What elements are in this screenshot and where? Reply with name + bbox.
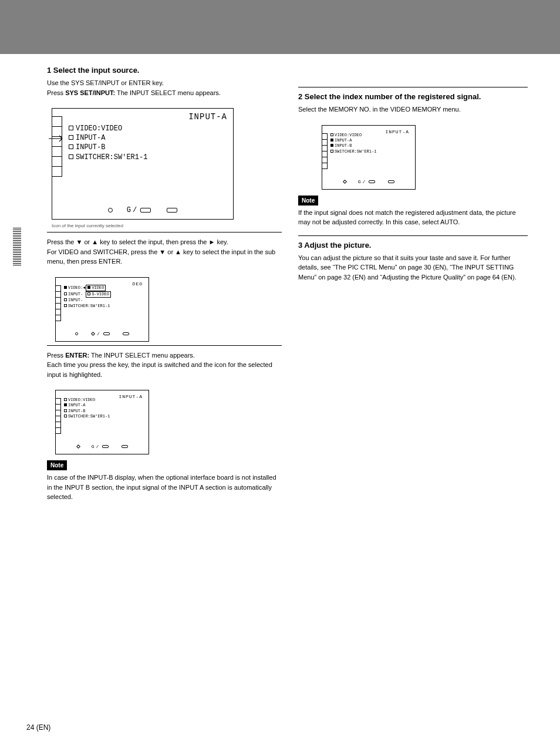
osd-row: INPUT- [68, 292, 83, 296]
text-suffix: The INPUT SELECT menu appears. [117, 89, 221, 96]
step-2-body: Select the MEMORY NO. in the VIDEO MEMOR… [298, 105, 528, 114]
osd-bottom-icons: G/ [56, 444, 149, 449]
osd-menu-list: VIDEO:VIDEO INPUT-A INPUT-B SWITCHER:SW'… [330, 133, 376, 155]
note-text: In case of the INPUT-B display, when the… [47, 473, 282, 502]
nav-icon [167, 208, 177, 213]
osd-row: INPUT-B [68, 409, 85, 413]
key-label: ENTER: [65, 352, 89, 359]
nav-icon [75, 332, 78, 335]
note-label: Note [298, 196, 318, 205]
header-band [0, 0, 560, 54]
osd-row: INPUT-A [68, 403, 85, 407]
osd-screenshot-small: INPUT-A VIDEO:VIDEO INPUT-A INPUT-B SWIT… [322, 125, 416, 190]
osd-row: SWITCHER:SW'ER1-1 [335, 149, 376, 154]
step-3-body: You can adjust the picture so that it su… [298, 253, 528, 282]
text-prefix: Press [47, 89, 65, 96]
osd-row: VIDEO:VIDEO [76, 124, 122, 133]
nav-icon [122, 445, 128, 448]
divider [47, 345, 282, 346]
divider [47, 232, 282, 233]
osd-screenshot-small: INPUT-A VIDEO:VIDEO INPUT-A INPUT-B SWIT… [55, 390, 149, 454]
step-3-heading: 3 Adjust the picture. [298, 241, 528, 250]
press-enter-text: Press ENTER: The INPUT SELECT menu appea… [47, 351, 282, 360]
osd-screenshot-small-popup: DEO VIDEO:◄VIDEO INPUT- S-VIDEO INPUT- S… [55, 277, 149, 342]
popup-row: VIDEO [92, 285, 104, 290]
osd-title: INPUT-A [385, 129, 409, 134]
nav-icon [343, 180, 347, 184]
nav-icon [123, 332, 129, 335]
text-suffix: The INPUT SELECT menu appears. [91, 352, 195, 359]
nav-icon [108, 208, 113, 213]
step-2-heading: 2 Select the index number of the registe… [298, 92, 528, 101]
page-number: 24 (EN) [26, 723, 50, 732]
osd-bottom-icons: G/ [322, 179, 415, 184]
nav-icon [388, 180, 394, 183]
osd-bottom-icons: / [56, 331, 149, 336]
osd-tab-stack [55, 286, 61, 321]
osd-row: VIDEO:VIDEO [68, 397, 95, 402]
text-prefix: Press [47, 352, 65, 359]
step-1-substep-a: Press the ▼ or ▲ key to select the input… [47, 237, 282, 247]
note-block: Note [47, 460, 282, 470]
left-column: 1 Select the input source. Use the SYS S… [47, 66, 282, 502]
press-enter-body-b: Each time you press the key, the input i… [47, 360, 282, 379]
osd-row: VIDEO: [68, 285, 83, 290]
step-1-heading: 1 Select the input source. [47, 66, 282, 75]
osd-row: VIDEO:VIDEO [335, 133, 362, 137]
osd-title: DEO [133, 281, 143, 287]
osd-row: SWITCHER:SW'ER1-1 [68, 304, 110, 308]
osd-row: INPUT- [68, 298, 83, 302]
note-label: Note [47, 460, 67, 470]
osd-row: SWITCHER:SW'ER1-1 [68, 414, 110, 419]
osd-callout-label: Icon of the input currently selected [52, 223, 282, 228]
key-label: SYS SET/INPUT: [65, 89, 115, 96]
note-block: Note [298, 196, 528, 205]
osd-row: SWITCHER:SW'ER1-1 [76, 153, 147, 161]
osd-tab-stack [322, 134, 328, 169]
step-1-body-a: Use the SYS SET/INPUT or ENTER key. [47, 78, 282, 88]
nav-icon [76, 444, 80, 449]
note-text: If the input signal does not match the r… [298, 208, 528, 227]
osd-row: INPUT-A [335, 138, 352, 143]
osd-tab-stack [55, 399, 61, 434]
nav-icon [102, 445, 109, 448]
osd-bottom-icons: G/ [52, 206, 233, 214]
osd-menu-list: VIDEO:VIDEO INPUT-A INPUT-B SWITCHER:SW'… [69, 124, 147, 162]
callout-arrow [49, 134, 65, 146]
osd-row: INPUT-B [335, 143, 352, 148]
osd-menu-list: VIDEO:◄VIDEO INPUT- S-VIDEO INPUT- SWITC… [64, 285, 111, 309]
osd-row: INPUT-A [76, 134, 105, 142]
divider [298, 235, 528, 236]
osd-row: INPUT-B [76, 143, 105, 151]
page-content: 1 Select the input source. Use the SYS S… [0, 54, 560, 502]
osd-title: INPUT-A [188, 112, 227, 122]
nav-icon [103, 332, 110, 335]
right-column: 2 Select the index number of the registe… [298, 66, 528, 502]
osd-title: INPUT-A [119, 394, 143, 399]
osd-screenshot-large: INPUT-A VIDEO:VIDEO INPUT-A INPUT-B SWIT… [52, 108, 234, 220]
nav-icon [91, 332, 95, 336]
step-1-substep-b: For VIDEO and SWITCHER, press the ▼ or ▲… [47, 247, 282, 267]
popup-row: S-VIDEO [92, 292, 109, 296]
nav-icon [140, 208, 151, 213]
nav-icon [369, 180, 375, 183]
divider [298, 87, 528, 87]
osd-menu-list: VIDEO:VIDEO INPUT-A INPUT-B SWITCHER:SW'… [64, 397, 110, 420]
osd-tab-stack [52, 117, 62, 177]
step-1-body-b: Press SYS SET/INPUT: The INPUT SELECT me… [47, 88, 282, 98]
